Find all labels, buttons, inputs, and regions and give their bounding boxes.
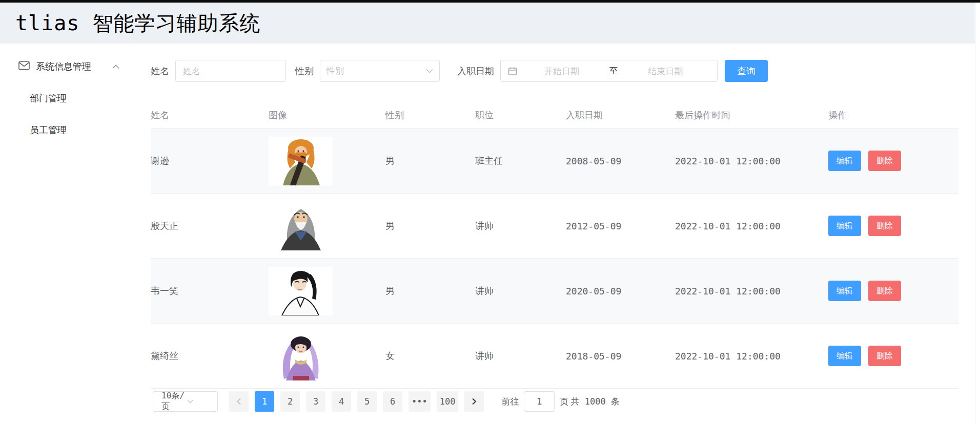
table-row: 韦一笑 bbox=[151, 259, 958, 324]
delete-button[interactable]: 删除 bbox=[868, 346, 901, 366]
hire-date-label: 入职日期 bbox=[457, 65, 494, 77]
goto-page-suffix: 页 bbox=[560, 396, 568, 408]
main-content: 姓名 性别 性别 入职日期 至 查询 姓名 bbox=[133, 44, 980, 424]
chevron-down-icon bbox=[187, 399, 213, 404]
name-input[interactable] bbox=[175, 60, 286, 82]
delete-button[interactable]: 删除 bbox=[868, 216, 901, 236]
goto-page-input[interactable] bbox=[524, 391, 555, 412]
col-header-image: 图像 bbox=[269, 109, 385, 121]
gender-select-placeholder: 性别 bbox=[326, 65, 426, 77]
gender-select[interactable]: 性别 bbox=[320, 60, 440, 82]
employee-table: 姓名 图像 性别 职位 入职日期 最后操作时间 操作 谢逊 bbox=[151, 102, 958, 389]
employee-hire-date: 2018-05-09 bbox=[566, 351, 675, 362]
sidebar-menu-system-info[interactable]: 系统信息管理 bbox=[0, 51, 133, 82]
search-form: 姓名 性别 性别 入职日期 至 查询 bbox=[151, 59, 958, 82]
pagination: 10条/页 1 2 3 4 5 6 ••• 100 前往 页 共 1000 条 bbox=[151, 391, 958, 412]
table-header-row: 姓名 图像 性别 职位 入职日期 最后操作时间 操作 bbox=[151, 102, 958, 129]
sidebar: 系统信息管理 部门管理 员工管理 bbox=[0, 44, 133, 424]
col-header-position: 职位 bbox=[475, 109, 566, 121]
delete-button[interactable]: 删除 bbox=[868, 281, 901, 301]
prev-page-button[interactable] bbox=[229, 391, 249, 412]
page-button-3[interactable]: 3 bbox=[306, 391, 325, 412]
table-row: 黛绮丝 bbox=[151, 324, 958, 389]
delete-button[interactable]: 删除 bbox=[868, 151, 901, 171]
chevron-down-icon bbox=[426, 69, 433, 73]
employee-hire-date: 2020-05-09 bbox=[566, 286, 675, 296]
employee-gender: 男 bbox=[385, 155, 475, 167]
employee-gender: 男 bbox=[385, 285, 475, 297]
sidebar-item-label: 部门管理 bbox=[30, 92, 67, 104]
name-label: 姓名 bbox=[151, 65, 169, 77]
employee-position: 讲师 bbox=[475, 220, 566, 232]
sidebar-item-label: 员工管理 bbox=[30, 124, 67, 136]
edit-button[interactable]: 编辑 bbox=[828, 216, 861, 236]
employee-avatar bbox=[269, 332, 333, 380]
page-button-6[interactable]: 6 bbox=[383, 391, 402, 412]
calendar-icon bbox=[508, 67, 517, 76]
table-row: 殷天正 男 bbox=[151, 194, 958, 259]
col-header-actions: 操作 bbox=[828, 109, 958, 121]
page-size-select[interactable]: 10条/页 bbox=[153, 391, 218, 412]
page-button-2[interactable]: 2 bbox=[280, 391, 300, 412]
chevron-up-icon bbox=[112, 65, 119, 69]
vertical-scrollbar[interactable] bbox=[975, 3, 980, 424]
col-header-last-modified: 最后操作时间 bbox=[675, 109, 828, 121]
query-button[interactable]: 查询 bbox=[725, 60, 768, 82]
page-size-value: 10条/页 bbox=[161, 391, 187, 412]
goto-label: 前往 bbox=[501, 396, 519, 408]
employee-last-modified: 2022-10-01 12:00:00 bbox=[675, 221, 828, 231]
edit-button[interactable]: 编辑 bbox=[828, 346, 861, 366]
employee-hire-date: 2008-05-09 bbox=[566, 156, 675, 166]
sidebar-item-department[interactable]: 部门管理 bbox=[0, 82, 133, 114]
gender-label: 性别 bbox=[295, 65, 314, 77]
employee-avatar bbox=[269, 137, 333, 185]
col-header-gender: 性别 bbox=[385, 109, 475, 121]
employee-gender: 男 bbox=[385, 220, 475, 232]
employee-hire-date: 2012-05-09 bbox=[566, 221, 675, 231]
employee-name: 黛绮丝 bbox=[151, 350, 269, 362]
more-pages-button[interactable]: ••• bbox=[409, 391, 431, 412]
hire-date-range-picker: 至 bbox=[500, 60, 718, 82]
sidebar-menu-label: 系统信息管理 bbox=[36, 60, 91, 73]
employee-name: 殷天正 bbox=[151, 220, 269, 232]
total-count-text: 共 1000 条 bbox=[570, 396, 619, 408]
table-row: 谢逊 bbox=[151, 129, 958, 194]
edit-button[interactable]: 编辑 bbox=[828, 281, 861, 301]
employee-position: 讲师 bbox=[475, 285, 566, 297]
col-header-hire-date: 入职日期 bbox=[566, 109, 675, 121]
sidebar-item-employee[interactable]: 员工管理 bbox=[0, 114, 133, 146]
page-button-5[interactable]: 5 bbox=[357, 391, 377, 412]
page-button-1[interactable]: 1 bbox=[255, 391, 274, 412]
employee-avatar bbox=[269, 202, 333, 250]
employee-last-modified: 2022-10-01 12:00:00 bbox=[675, 351, 828, 362]
employee-name: 谢逊 bbox=[151, 155, 269, 167]
employee-avatar bbox=[269, 267, 333, 315]
date-range-separator: 至 bbox=[606, 65, 621, 77]
next-page-button[interactable] bbox=[464, 391, 484, 412]
employee-gender: 女 bbox=[385, 350, 475, 362]
employee-last-modified: 2022-10-01 12:00:00 bbox=[675, 286, 828, 296]
employee-name: 韦一笑 bbox=[151, 285, 269, 297]
end-date-input[interactable] bbox=[621, 66, 710, 76]
employee-position: 讲师 bbox=[475, 350, 566, 362]
page-button-4[interactable]: 4 bbox=[332, 391, 351, 412]
start-date-input[interactable] bbox=[517, 66, 606, 76]
employee-position: 班主任 bbox=[475, 155, 566, 167]
edit-button[interactable]: 编辑 bbox=[828, 151, 861, 171]
app-header: tlias 智能学习辅助系统 bbox=[0, 3, 980, 44]
envelope-icon bbox=[18, 61, 30, 72]
page-button-100[interactable]: 100 bbox=[437, 391, 459, 412]
col-header-name: 姓名 bbox=[151, 109, 269, 121]
employee-last-modified: 2022-10-01 12:00:00 bbox=[675, 156, 828, 166]
app-title: tlias 智能学习辅助系统 bbox=[15, 9, 261, 37]
